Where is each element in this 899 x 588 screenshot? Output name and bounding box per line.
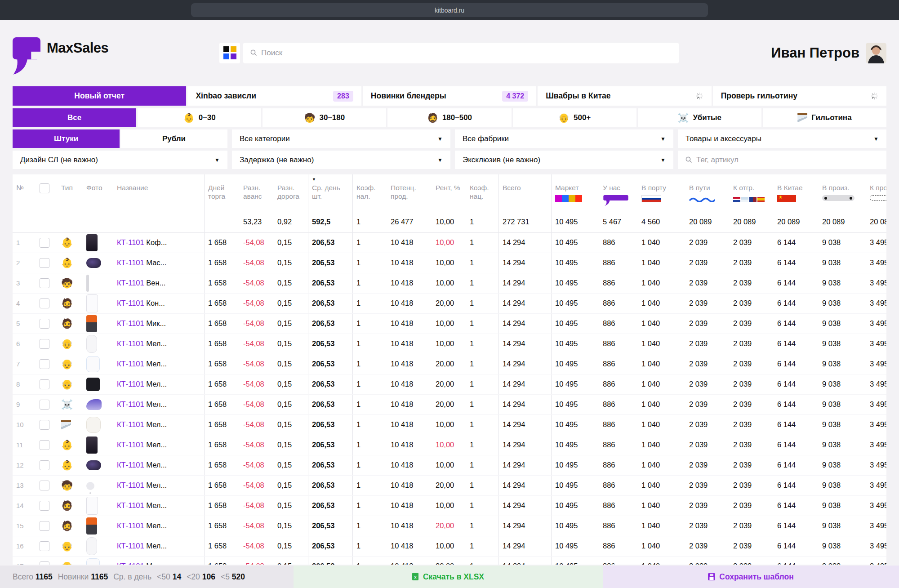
row-checkbox[interactable] [40, 278, 49, 288]
product-link[interactable]: КТ-1101 [117, 441, 144, 449]
search-input[interactable]: Поиск [243, 43, 679, 63]
report-tab-4[interactable]: Швабры в Китае [538, 86, 711, 106]
product-photo-coffee[interactable] [86, 234, 98, 251]
column-header-photo[interactable]: Фото [83, 174, 113, 212]
product-photo-purifier[interactable] [86, 335, 97, 353]
row-checkbox[interactable] [40, 359, 49, 369]
product-photo-icecream[interactable] [86, 417, 101, 433]
exclusive-dropdown[interactable]: Эксклюзив (не важно) ▼ [455, 151, 673, 169]
address-bar[interactable]: kitboard.ru [191, 3, 708, 17]
goods-dropdown[interactable]: Товары и аксессуары ▼ [678, 129, 886, 148]
product-photo-humidifier[interactable] [86, 356, 100, 372]
avatar[interactable] [866, 43, 886, 63]
row-checkbox[interactable] [40, 541, 49, 551]
product-photo-blender[interactable] [86, 517, 97, 535]
product-photo-ac[interactable] [86, 497, 98, 515]
row-checkbox[interactable] [40, 319, 49, 329]
product-photo-massager[interactable] [86, 460, 101, 470]
product-link[interactable]: КТ-1101 [117, 501, 144, 509]
report-tab-1[interactable]: Новый отчет [13, 86, 186, 106]
column-header-total[interactable]: Всего [499, 174, 552, 212]
row-checkbox[interactable] [40, 481, 49, 490]
age-filter-skull[interactable]: ☠️Убитые [638, 108, 761, 127]
row-checkbox[interactable] [40, 420, 49, 430]
save-template-button[interactable]: Сохранить шаблон [603, 566, 899, 588]
column-header-name[interactable]: Название [113, 174, 205, 212]
column-header-check[interactable] [36, 174, 58, 212]
column-header-prod[interactable]: В произ. [819, 174, 866, 212]
row-checkbox[interactable] [40, 460, 49, 470]
product-link[interactable]: КТ-1101 [117, 400, 144, 408]
product-link[interactable]: КТ-1101 [117, 299, 144, 307]
age-filter-guillotine[interactable]: Гильотина [763, 108, 886, 127]
select-all-checkbox[interactable] [40, 183, 49, 193]
download-xlsx-button[interactable]: x Скачать в XLSX [294, 566, 603, 588]
product-photo-icemaker[interactable] [86, 378, 100, 391]
column-header-k_nac[interactable]: Коэф. нац. [466, 174, 499, 212]
column-header-potential[interactable]: Потенц. прод. [387, 174, 432, 212]
column-header-road[interactable]: Разн. дорога [274, 174, 308, 212]
column-header-market[interactable]: Маркет [552, 174, 600, 212]
delay-dropdown[interactable]: Задержка (не важно) ▼ [232, 151, 450, 169]
category-dropdown[interactable]: Все категории ▼ [232, 129, 450, 148]
product-link[interactable]: КТ-1101 [117, 238, 144, 246]
column-header-to_prod[interactable]: К произ. [866, 174, 886, 212]
age-filter-beard[interactable]: 🧔180–500 [387, 108, 511, 127]
product-link[interactable]: КТ-1101 [117, 279, 144, 287]
column-header-port[interactable]: В порту [638, 174, 685, 212]
product-photo-purifier[interactable] [86, 537, 97, 555]
product-link[interactable]: КТ-1101 [117, 360, 144, 368]
report-tab-5[interactable]: Проверь гильотину [713, 86, 886, 106]
product-link[interactable]: КТ-1101 [117, 319, 144, 327]
apps-grid-icon[interactable] [219, 43, 240, 63]
column-header-adv[interactable]: Разн. аванс [240, 174, 274, 212]
product-link[interactable]: КТ-1101 [117, 481, 144, 489]
age-filter-all[interactable]: Все [13, 108, 136, 127]
unit-toggle-option[interactable]: Рубли [120, 129, 227, 148]
product-link[interactable]: КТ-1101 [117, 521, 144, 530]
product-photo-whisk[interactable] [86, 275, 89, 292]
age-filter-baby[interactable]: 👶0–30 [138, 108, 261, 127]
row-checkbox[interactable] [40, 379, 49, 389]
row-checkbox[interactable] [40, 298, 49, 308]
design-dropdown[interactable]: Дизайн СЛ (не важно) ▼ [13, 151, 227, 169]
row-checkbox[interactable] [40, 561, 49, 565]
row-checkbox[interactable] [40, 400, 49, 410]
factory-dropdown[interactable]: Все фабрики ▼ [455, 129, 673, 148]
column-header-transit[interactable]: В пути [685, 174, 730, 212]
product-link[interactable]: КТ-1101 [117, 420, 144, 428]
row-checkbox[interactable] [40, 339, 49, 349]
column-header-china[interactable]: В Китае★ [774, 174, 819, 212]
column-header-type[interactable]: Тип [58, 174, 83, 212]
product-link[interactable]: КТ-1101 [117, 542, 144, 550]
unit-toggle-active[interactable]: Штуки [13, 129, 120, 148]
product-photo-humidifier[interactable] [86, 558, 100, 565]
column-header-rent[interactable]: Рент, % [432, 174, 466, 212]
product-photo-blender[interactable] [86, 315, 97, 332]
column-header-avg[interactable]: ▼Ср. день шт. [308, 174, 353, 212]
age-filter-child[interactable]: 🧒30–180 [263, 108, 386, 127]
product-photo-ac[interactable] [86, 294, 98, 312]
product-link[interactable]: КТ-1101 [117, 380, 144, 388]
row-checkbox[interactable] [40, 501, 49, 511]
row-checkbox[interactable] [40, 238, 49, 248]
product-photo-iron[interactable] [86, 399, 102, 410]
product-link[interactable]: КТ-1101 [117, 339, 144, 347]
tag-search-input[interactable]: Тег, артикул [678, 151, 886, 169]
age-filter-old[interactable]: 👴500+ [513, 108, 636, 127]
product-link[interactable]: КТ-1101 [117, 258, 144, 267]
product-link[interactable]: КТ-1101 [117, 461, 144, 469]
column-header-days[interactable]: Дней торга [205, 174, 240, 212]
column-header-ours[interactable]: У нас [599, 174, 638, 212]
product-photo-fan[interactable] [86, 482, 94, 490]
column-header-num[interactable]: № [13, 174, 36, 212]
report-tab-2[interactable]: Xinbao зависли283 [187, 86, 361, 106]
row-checkbox[interactable] [40, 440, 49, 450]
product-photo-massager[interactable] [86, 258, 101, 268]
report-tab-3[interactable]: Новинки блендеры4 372 [363, 86, 536, 106]
row-checkbox[interactable] [40, 521, 49, 531]
column-header-ship[interactable]: К отгр. [730, 174, 774, 212]
row-checkbox[interactable] [40, 258, 49, 268]
user-menu[interactable]: Иван Петров [771, 43, 886, 63]
column-header-k_nal[interactable]: Коэф. нал. [353, 174, 387, 212]
